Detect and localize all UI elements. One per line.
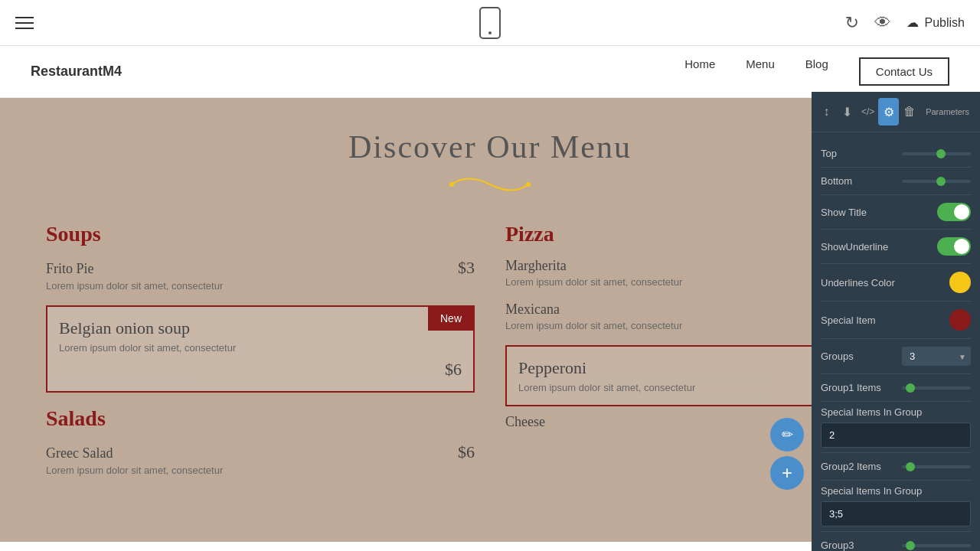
cloud-upload-icon: ☁ [906, 15, 919, 30]
slider-group1-items[interactable] [902, 386, 971, 390]
slider-group2-items[interactable] [902, 465, 971, 468]
slider-thumb-bottom[interactable] [936, 177, 946, 186]
publish-button[interactable]: ☁ Publish [906, 15, 965, 30]
input-special-items-group1[interactable] [821, 422, 971, 448]
edit-icon: ✏ [782, 426, 793, 443]
fab-add-button[interactable]: + [770, 456, 804, 490]
settings-tool-button[interactable]: ⚙ [878, 98, 899, 126]
top-toolbar: ↺ 👁 ☁ Publish [0, 0, 980, 46]
menu-item-greec-salad: Greec Salad $6 Lorem ipsum dolor sit ame… [46, 442, 475, 476]
toggle-show-underline[interactable] [937, 237, 971, 256]
slider-thumb-top[interactable] [936, 149, 946, 158]
nav-link-home[interactable]: Home [684, 57, 715, 86]
mobile-preview-icon[interactable] [479, 7, 501, 39]
label-group3: Group3 [821, 540, 854, 551]
label-special-items-group2: Special Items In Group [821, 485, 971, 497]
toggle-show-title[interactable] [937, 203, 971, 221]
slider-thumb-group3[interactable] [906, 541, 915, 550]
site-nav: RestaurantM4 Home Menu Blog Contact Us [0, 46, 980, 98]
special-item-belgian: New Belgian onion soup Lorem ipsum dolor… [46, 305, 475, 393]
panel-row-special-item: Special Item [821, 302, 971, 339]
eye-icon[interactable]: 👁 [874, 13, 891, 33]
menu-title: Discover Our Menu [46, 129, 934, 165]
right-panel: ↕ ⬇ </> ⚙ 🗑 Parameters Top Bottom [812, 92, 980, 551]
menu-grid: Soups Frito Pie $3 Lorem ipsum dolor sit… [46, 222, 934, 490]
color-swatch-underlines[interactable] [949, 272, 971, 293]
color-swatch-special-item[interactable] [949, 309, 971, 331]
panel-row-show-title: Show Title [821, 195, 971, 230]
label-top: Top [821, 148, 837, 159]
download-tool-button[interactable]: ⬇ [837, 98, 858, 126]
panel-row-groups: Groups 12345 ▼ [821, 339, 971, 374]
label-special-items-group1: Special Items In Group [821, 406, 971, 418]
item-price-greec-salad: $6 [458, 442, 475, 462]
svg-point-1 [526, 182, 531, 187]
code-tool-button[interactable]: </> [858, 98, 878, 126]
category-salads: Salads [46, 406, 475, 431]
publish-label: Publish [925, 16, 965, 30]
site-logo: RestaurantM4 [31, 64, 122, 80]
slider-thumb-group2[interactable] [906, 462, 915, 471]
item-desc-greec-salad: Lorem ipsum dolor sit amet, consectetur [46, 465, 475, 476]
fab-edit-button[interactable]: ✏ [770, 418, 804, 452]
toggle-knob-show-title [954, 204, 969, 220]
panel-body: Top Bottom Show Title S [812, 132, 980, 551]
item-desc-belgian: Lorem ipsum dolor sit amet, consectetur [59, 342, 462, 354]
category-soups: Soups [46, 222, 475, 246]
label-special-item: Special Item [821, 315, 876, 326]
label-show-underline: ShowUnderline [821, 241, 888, 253]
new-badge: New [428, 306, 474, 331]
menu-item-frito-pie: Frito Pie $3 Lorem ipsum dolor sit amet,… [46, 258, 475, 292]
toolbar-right: ↺ 👁 ☁ Publish [845, 13, 965, 33]
panel-row-group1-items: Group1 Items [821, 374, 971, 402]
toolbar-center [479, 7, 501, 39]
label-bottom: Bottom [821, 175, 852, 187]
slider-top[interactable] [902, 152, 971, 155]
slider-thumb-group1[interactable] [906, 383, 915, 393]
item-name-frito-pie: Frito Pie [46, 261, 94, 277]
toolbar-left [15, 17, 34, 29]
nav-link-menu[interactable]: Menu [746, 57, 775, 86]
panel-toolbar: ↕ ⬇ </> ⚙ 🗑 Parameters [812, 92, 980, 132]
panel-row-group3: Group3 [821, 532, 971, 551]
svg-point-0 [449, 182, 454, 187]
label-underlines-color: Underlines Color [821, 277, 895, 289]
website-preview: RestaurantM4 Home Menu Blog Contact Us D… [0, 46, 980, 551]
slider-group3[interactable] [902, 544, 971, 547]
panel-row-underlines-color: Underlines Color [821, 264, 971, 302]
menu-divider [46, 173, 934, 199]
move-tool-button[interactable]: ↕ [816, 98, 837, 126]
item-name-greec-salad: Greec Salad [46, 445, 113, 461]
divider-svg [444, 173, 536, 196]
toggle-knob-show-underline [954, 239, 969, 254]
item-name-belgian: Belgian onion soup [59, 318, 462, 338]
item-price-belgian: $6 [445, 360, 462, 380]
panel-row-bottom: Bottom [821, 168, 971, 195]
panel-row-group2-items: Group2 Items [821, 453, 971, 481]
label-groups: Groups [821, 350, 854, 362]
panel-row-show-underline: ShowUnderline [821, 230, 971, 264]
input-special-items-group2[interactable] [821, 501, 971, 527]
panel-row-special-items-group1: Special Items In Group [821, 402, 971, 453]
label-group2-items: Group2 Items [821, 461, 881, 472]
groups-dropdown-wrapper: 12345 ▼ [902, 347, 971, 366]
site-nav-links: Home Menu Blog Contact Us [684, 57, 949, 86]
label-show-title: Show Title [821, 207, 867, 218]
nav-link-blog[interactable]: Blog [805, 57, 828, 86]
menu-item-header-salad: Greec Salad $6 [46, 442, 475, 462]
left-column: Soups Frito Pie $3 Lorem ipsum dolor sit… [46, 222, 475, 490]
add-icon: + [782, 462, 792, 484]
groups-dropdown[interactable]: 12345 [902, 347, 971, 366]
panel-row-top: Top [821, 140, 971, 168]
nav-cta-button[interactable]: Contact Us [859, 57, 949, 86]
parameters-button[interactable]: Parameters [920, 104, 975, 119]
item-desc-frito-pie: Lorem ipsum dolor sit amet, consectetur [46, 280, 475, 292]
delete-tool-button[interactable]: 🗑 [899, 98, 920, 126]
panel-row-special-items-group2: Special Items In Group [821, 481, 971, 532]
label-group1-items: Group1 Items [821, 382, 881, 393]
menu-item-header: Frito Pie $3 [46, 258, 475, 278]
undo-icon[interactable]: ↺ [845, 13, 859, 33]
item-price-frito-pie: $3 [458, 258, 475, 278]
slider-bottom[interactable] [902, 180, 971, 183]
hamburger-icon[interactable] [15, 17, 34, 29]
